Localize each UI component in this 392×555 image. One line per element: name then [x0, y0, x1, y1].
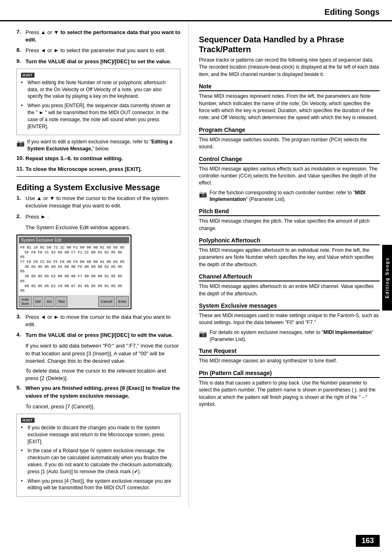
hint-label-1: HINT	[21, 73, 35, 78]
right-intro: Phrase tracks or patterns can record the…	[199, 57, 380, 78]
step-7-num: 7.	[16, 29, 25, 35]
sysex-cancel-button[interactable]: Cancel	[98, 296, 115, 307]
step-9-num: 9.	[16, 58, 25, 64]
step-9: 9. Turn the VALUE dial or press [INC]/[D…	[16, 58, 180, 65]
subsection-sysex-messages-text: These are MIDI messages used to make set…	[199, 312, 380, 327]
sysex-cancel-note: To cancel, press [7 (Cancel)].	[16, 403, 180, 410]
step-8: 8. Press ◄ or ► to select the parameter …	[16, 47, 180, 54]
hint-2-item-3: When you press [4 (Test)], the system ex…	[21, 478, 176, 492]
sysex-step-2-num: 2.	[16, 213, 25, 219]
ref-box-cc: 📷 For the function corresponding to each…	[199, 189, 380, 203]
header-title: Editing Songs	[325, 7, 380, 17]
sysex-section-heading: Editing a System Exclusive Message	[16, 182, 180, 192]
sysex-test-button[interactable]: Test	[55, 296, 67, 307]
step-11-num: 11.	[16, 166, 25, 172]
sysex-exec-button[interactable]: Exec	[116, 296, 129, 307]
sysex-step-4-delete: To delete data, move the cursor to the r…	[16, 367, 180, 382]
subsection-pitch-bend-text: This MIDI message changes the pitch. The…	[199, 218, 380, 232]
sysex-step-4: 4. Turn the VALUE dial or press [INC]/[D…	[16, 332, 180, 339]
sysex-step-3: 3. Press ◄ or ► to move the cursor to th…	[16, 313, 180, 328]
subsection-note-text: These MIDI messages represent notes. Fro…	[199, 93, 380, 122]
sysex-add-text: If you want to add data between "F0:" an…	[25, 343, 179, 364]
sysex-window-text: The System Exclusive Edit window appears…	[25, 224, 130, 230]
sysex-title-bar: System Exclusive Edit	[19, 237, 129, 243]
footer: 163	[356, 535, 380, 547]
subsection-pitch-bend-heading: Pitch Bend	[199, 208, 380, 216]
hint-1-item-2: When you press [ENTER], the sequencer da…	[21, 102, 176, 130]
sysex-button-row: AutoSum Del Ins Test Cancel Exec	[19, 296, 129, 307]
ref-text-sysex: For details on system exclusive messages…	[210, 329, 380, 343]
sysex-step-3-num: 3.	[16, 313, 25, 320]
sysex-cancel-text: To cancel, press [7 (Cancel)].	[25, 403, 95, 410]
subsection-control-change-text: This MIDI message applies various effect…	[199, 166, 380, 187]
reference-icon: 📷	[16, 139, 25, 147]
subsection-note-heading: Note	[199, 83, 380, 91]
sysex-step-1-text: Use ▲ or ▼ to move the cursor to the loc…	[25, 195, 180, 210]
ref-icon-sysex: 📷	[199, 330, 207, 338]
sysex-step-5-num: 5.	[16, 385, 25, 391]
ref-box-sysex: 📷 For details on system exclusive messag…	[199, 329, 380, 343]
hint-label-2: HINT	[21, 418, 35, 423]
hint-box-1: HINT When editing the Note Number of not…	[16, 69, 180, 136]
subsection-poly-aftertouch-text: This MIDI messages applies aftertouch to…	[199, 247, 380, 268]
step-8-text: Press ◄ or ► to select the parameter tha…	[25, 47, 166, 54]
subsection-sysex-messages-heading: System Exclusive messages	[199, 302, 380, 311]
ref-box-1: 📷 If you want to edit a system exclusive…	[16, 138, 180, 152]
step-8-num: 8.	[16, 47, 25, 53]
sysex-step-3-text: Press ◄ or ► to move the cursor to the d…	[25, 313, 180, 328]
sysex-step-4-detail: If you want to add data between "F0:" an…	[16, 342, 180, 365]
sysex-screen: System Exclusive Edit F0 B1 16 0C 50 72 …	[16, 235, 131, 309]
step-7: 7. Press ▲ or ▼ to select the performanc…	[16, 29, 180, 44]
sysex-delete-text: To delete data, move the cursor to the r…	[25, 368, 166, 381]
hint-2-item-1: If you decide to discard the changes you…	[21, 424, 176, 445]
sysex-step-4-text: Turn the VALUE dial or press [INC]/[DEC]…	[25, 332, 173, 339]
ref-text-1: If you want to edit a system exclusive m…	[27, 138, 180, 152]
sysex-step-2-detail: The System Exclusive Edit window appears…	[16, 224, 180, 231]
sysex-step-5: 5. When you are finished editing, press …	[16, 385, 180, 399]
subsection-ptn-text: This is data that causes a pattern to pl…	[199, 380, 380, 408]
sysex-step-1-num: 1.	[16, 195, 25, 201]
hint-2-item-2: In the case of a Roland type IV system e…	[21, 447, 176, 475]
header: Editing Songs	[0, 0, 392, 21]
subsection-poly-aftertouch-heading: Polyphonic Aftertouch	[199, 237, 380, 245]
sysex-step-4-num: 4.	[16, 332, 25, 338]
sysex-data-area: F0 B1 16 0C 50 72 1C 00 F2 00 00 00 01 0…	[19, 244, 129, 295]
sysex-step-2-text: Press ► .	[25, 213, 49, 221]
step-10: 10. Repeat steps 3.–6. to continue editi…	[16, 155, 180, 162]
hint-1-item-1: When editing the Note Number of note or …	[21, 79, 176, 100]
subsection-ptn-heading: Ptn (Pattern Call message)	[199, 370, 380, 378]
subsection-tune-request-heading: Tune Request	[199, 348, 380, 356]
page: Editing Songs 7. Press ▲ or ▼ to select …	[0, 0, 392, 555]
sysex-del-button[interactable]: Del	[33, 296, 44, 307]
step-9-text: Turn the VALUE dial or press [INC]/[DEC]…	[25, 58, 171, 65]
sysex-auto-sum-button[interactable]: AutoSum	[19, 296, 32, 307]
right-section-heading: Sequencer Data Handled by a Phrase Track…	[199, 35, 380, 54]
subsection-channel-aftertouch-text: This MIDI message applies aftertouch to …	[199, 283, 380, 297]
ref-text-cc: For the function corresponding to each c…	[210, 189, 380, 203]
right-column: Sequencer Data Handled by a Phrase Track…	[189, 21, 392, 508]
step-11: 11. To close the Microscope screen, pres…	[16, 166, 180, 173]
hint-box-2: HINT If you decide to discard the change…	[16, 414, 180, 497]
step-10-text: Repeat steps 3.–6. to continue editing.	[25, 155, 123, 162]
sysex-step-1: 1. Use ▲ or ▼ to move the cursor to the …	[16, 195, 180, 210]
hint-1-list: When editing the Note Number of note or …	[21, 79, 176, 130]
sysex-step-5-text: When you are finished editing, press [8 …	[25, 385, 180, 399]
subsection-channel-aftertouch-heading: Channel Aftertouch	[199, 273, 380, 281]
sysex-step-2: 2. Press ► .	[16, 213, 180, 221]
divider-1	[16, 176, 180, 177]
subsection-program-change-text: This MIDI message switches sounds. The p…	[199, 136, 380, 151]
hint-2-list: If you decide to discard the changes you…	[21, 424, 176, 491]
ref-icon-cc: 📷	[199, 190, 207, 198]
subsection-program-change-heading: Program Change	[199, 127, 380, 135]
subsection-control-change-heading: Control Change	[199, 156, 380, 164]
left-column: 7. Press ▲ or ▼ to select the performanc…	[0, 21, 189, 508]
content-area: 7. Press ▲ or ▼ to select the performanc…	[0, 21, 392, 508]
sysex-ins-button[interactable]: Ins	[44, 296, 54, 307]
page-number: 163	[356, 535, 380, 547]
side-tab: Editing Songs	[382, 245, 392, 311]
step-10-num: 10.	[16, 155, 25, 161]
step-7-text: Press ▲ or ▼ to select the performance d…	[25, 29, 180, 44]
subsection-tune-request-text: This MIDI message causes an analog synth…	[199, 357, 380, 364]
step-11-text: To close the Microscope screen, press [E…	[25, 166, 142, 173]
